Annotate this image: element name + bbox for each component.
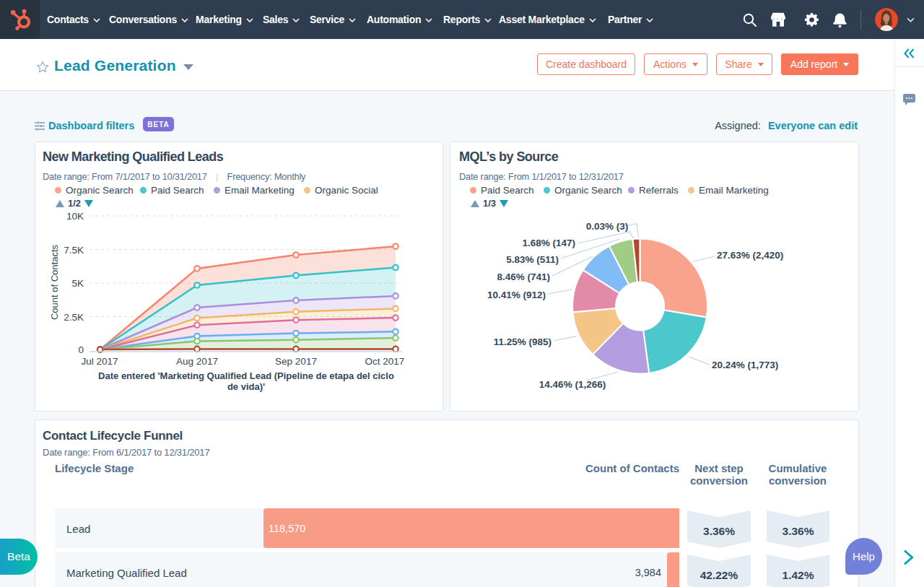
svg-text:5K: 5K xyxy=(71,278,84,289)
svg-text:20.24% (1,773): 20.24% (1,773) xyxy=(712,360,778,370)
svg-text:0.03% (3): 0.03% (3) xyxy=(586,221,629,232)
svg-text:Aug 2017: Aug 2017 xyxy=(176,356,218,367)
svg-text:7.5K: 7.5K xyxy=(64,245,84,256)
svg-text:8.46% (741): 8.46% (741) xyxy=(497,271,550,282)
svg-text:Sep 2017: Sep 2017 xyxy=(275,356,317,367)
svg-text:10K: 10K xyxy=(66,211,84,222)
svg-text:Date entered 'Marketing Qualif: Date entered 'Marketing Qualified Lead (… xyxy=(98,370,394,381)
svg-text:0: 0 xyxy=(78,344,84,355)
svg-text:Oct 2017: Oct 2017 xyxy=(365,356,405,367)
svg-text:1.68% (147): 1.68% (147) xyxy=(522,238,575,248)
svg-text:27.63% (2,420): 27.63% (2,420) xyxy=(717,250,783,261)
svg-text:2.5K: 2.5K xyxy=(64,312,84,323)
svg-text:5.83% (511): 5.83% (511) xyxy=(506,254,559,265)
svg-text:14.46% (1,266): 14.46% (1,266) xyxy=(539,379,606,390)
svg-text:11.25% (985): 11.25% (985) xyxy=(494,336,552,347)
svg-text:de vida)': de vida)' xyxy=(227,381,265,392)
svg-text:Jul 2017: Jul 2017 xyxy=(81,356,118,367)
svg-text:10.41% (912): 10.41% (912) xyxy=(487,290,546,300)
svg-text:Count of Contacts: Count of Contacts xyxy=(49,244,60,320)
